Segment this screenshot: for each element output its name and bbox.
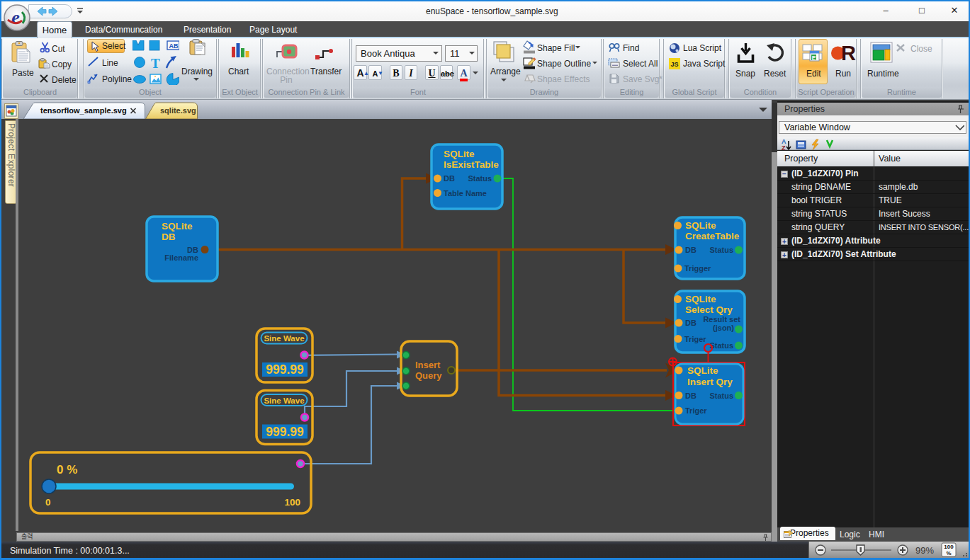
svg-text:Trigger: Trigger — [684, 264, 711, 273]
svg-text:Status: Status — [468, 174, 492, 183]
svg-text:(json): (json) — [713, 324, 734, 332]
svg-text:T: T — [151, 56, 160, 71]
svg-text:999.99: 999.99 — [266, 362, 304, 377]
svg-text:e: e — [11, 7, 20, 28]
svg-text:SQLite: SQLite — [685, 294, 716, 304]
svg-text:tensorflow_sample.svg: tensorflow_sample.svg — [40, 106, 127, 115]
svg-text:0 %: 0 % — [57, 463, 77, 476]
svg-text:DB: DB — [685, 319, 697, 327]
svg-text:Status: Status — [709, 341, 733, 350]
svg-text:R: R — [841, 44, 856, 62]
svg-text:99%: 99% — [915, 545, 934, 556]
svg-text:Insert: Insert — [415, 360, 441, 370]
svg-text:IsExistTable: IsExistTable — [444, 159, 499, 170]
svg-text:999.99: 999.99 — [266, 425, 304, 439]
svg-text:E: E — [812, 55, 816, 62]
svg-text:DB: DB — [685, 246, 697, 254]
svg-text:100: 100 — [284, 497, 300, 508]
svg-text:SQLite: SQLite — [687, 365, 718, 376]
svg-text:AB: AB — [169, 42, 179, 50]
svg-text:SQLite: SQLite — [162, 221, 193, 232]
svg-text:Table Name: Table Name — [444, 189, 487, 198]
svg-text:100: 100 — [944, 544, 954, 550]
svg-text:Sine Wave: Sine Wave — [264, 334, 304, 343]
svg-text:SQLite: SQLite — [444, 149, 475, 159]
svg-text:Triger: Triger — [685, 406, 707, 415]
svg-text:Triger: Triger — [684, 335, 706, 343]
svg-text:DB: DB — [685, 392, 697, 400]
svg-text:Sine Wave: Sine Wave — [264, 396, 304, 405]
svg-text:DB: DB — [162, 232, 176, 242]
svg-text:Filename: Filename — [164, 253, 198, 262]
svg-text:%: % — [946, 550, 951, 556]
svg-text:sqlite.svg: sqlite.svg — [160, 106, 196, 115]
svg-text:Z: Z — [782, 144, 786, 151]
svg-text:Query: Query — [415, 370, 442, 381]
svg-text:Insert Qry: Insert Qry — [687, 377, 733, 387]
svg-text:JS: JS — [670, 61, 678, 68]
svg-text:SQLite: SQLite — [685, 220, 716, 231]
svg-text:Select Qry: Select Qry — [685, 304, 733, 315]
svg-text:CreateTable: CreateTable — [685, 231, 740, 241]
svg-text:Status: Status — [709, 246, 733, 254]
svg-text:Status: Status — [709, 392, 733, 400]
svg-text:0: 0 — [45, 497, 51, 508]
svg-text:DB: DB — [444, 174, 455, 183]
svg-text:Result set: Result set — [703, 315, 740, 324]
